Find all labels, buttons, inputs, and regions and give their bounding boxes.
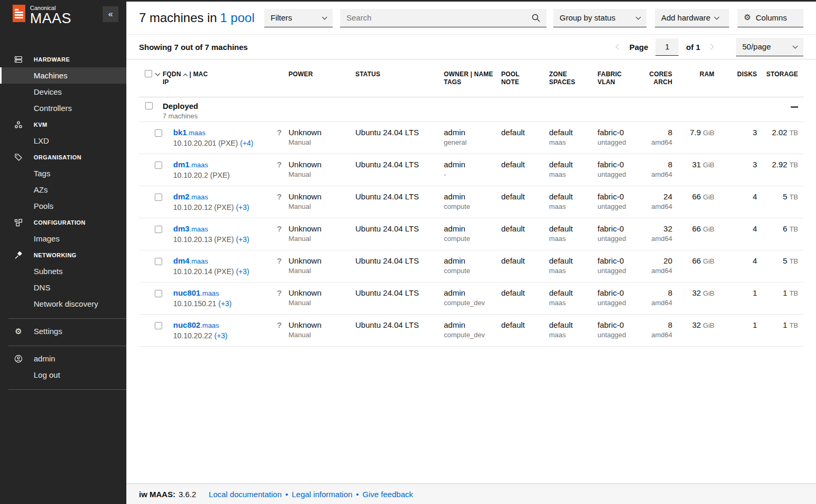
group-by-dropdown[interactable]: Group by status [553, 9, 646, 27]
machine-name-link[interactable]: nuc801.maas [173, 288, 219, 297]
column-header-cores[interactable]: CORES ARCH [644, 59, 674, 97]
sidebar-item-label: Machines [34, 71, 67, 80]
column-header-power[interactable]: POWER [277, 59, 355, 97]
row-checkbox[interactable] [155, 226, 162, 233]
column-header-fqdn[interactable]: FQDN| MAC IP [163, 59, 277, 97]
separator-dot: • [285, 490, 288, 499]
nav-heading-organisation: ORGANISATION [0, 149, 126, 165]
column-header-status[interactable]: STATUS [355, 59, 444, 97]
server-icon [14, 55, 23, 64]
collapse-group-icon[interactable] [791, 106, 798, 108]
next-page-icon[interactable] [708, 44, 713, 49]
power-unknown-icon: ? [277, 320, 288, 330]
chevron-down-icon[interactable] [155, 71, 161, 76]
ip-address: 10.10.20.12 (PXE) [173, 203, 234, 211]
more-ips-link[interactable]: (+4) [240, 139, 253, 147]
sidebar-item-azs[interactable]: AZs [0, 182, 126, 198]
search-icon[interactable] [531, 13, 541, 25]
column-header-owner[interactable]: OWNER | NAME TAGS [444, 59, 501, 97]
give-feedback-link[interactable]: Give feedback [363, 490, 413, 499]
pool-cell: default [501, 283, 549, 314]
sidebar-item-network-discovery[interactable]: Network discovery [0, 296, 126, 312]
filters-button[interactable]: Filters [264, 9, 333, 27]
storage-cell: 1TB [760, 283, 803, 314]
more-ips-link[interactable]: (+3) [214, 331, 227, 340]
sidebar-item-tags[interactable]: Tags [0, 165, 126, 182]
nav-heading-label: CONFIGURATION [34, 219, 86, 226]
footer: iw MAAS: 3.6.2 Local documentation • Leg… [126, 483, 816, 504]
column-header-pool[interactable]: POOL NOTE [501, 59, 549, 97]
collapse-icon: « [108, 9, 113, 19]
sidebar-item-dns[interactable]: DNS [0, 279, 126, 296]
machine-name-link[interactable]: dm3.maas [173, 224, 208, 233]
status-cell: Ubuntu 24.04 LTS [355, 122, 444, 154]
power-cell: ?Unknown Manual [277, 122, 355, 154]
chevron-down-icon [714, 14, 720, 19]
disks-cell: 4 [719, 218, 760, 250]
power-cell: ?Unknown Manual [277, 154, 355, 186]
zone-cell: default maas [549, 283, 598, 314]
legal-information-link[interactable]: Legal information [292, 490, 352, 499]
row-checkbox[interactable] [155, 322, 162, 329]
fabric-cell: fabric-0 untagged [598, 122, 644, 154]
sidebar-item-label: Controllers [34, 104, 72, 113]
machine-count-text: 7 machines in [139, 11, 217, 25]
column-header-disks[interactable]: DISKS [719, 59, 760, 97]
more-ips-link[interactable]: (+3) [236, 203, 249, 211]
sidebar-item-pools[interactable]: Pools [0, 198, 126, 214]
nav-heading-label: ORGANISATION [34, 154, 82, 160]
column-header-storage[interactable]: STORAGE [760, 59, 803, 97]
column-header-zone[interactable]: ZONE SPACES [549, 59, 598, 97]
column-header-fabric[interactable]: FABRIC VLAN [598, 59, 644, 97]
sort-ascending-icon [183, 74, 187, 78]
pool-link[interactable]: 1 pool [220, 11, 254, 25]
sidebar-collapse-button[interactable]: « [103, 6, 118, 22]
group-checkbox[interactable] [145, 102, 153, 109]
sidebar-item-settings[interactable]: ⚙ Settings [0, 323, 126, 339]
more-ips-link[interactable]: (+3) [218, 299, 232, 308]
machine-row: bk1.maas 10.10.20.201 (PXE)(+4) ?Unknown… [139, 122, 803, 154]
owner-cell: admin - [444, 154, 501, 186]
sidebar: Canonical MAAS « HARDWARE Machines Devic… [0, 0, 126, 504]
row-select-cell [139, 186, 163, 218]
canonical-logo-icon [13, 5, 25, 22]
row-checkbox[interactable] [155, 162, 162, 169]
sidebar-item-logout[interactable]: Log out [0, 367, 126, 383]
sidebar-item-lxd[interactable]: LXD [0, 133, 126, 149]
machine-row: nuc801.maas 10.10.150.21(+3) ?Unknown Ma… [139, 283, 803, 315]
page-number-input[interactable] [655, 38, 679, 56]
select-all-checkbox[interactable] [145, 70, 152, 77]
local-documentation-link[interactable]: Local documentation [209, 490, 282, 499]
row-checkbox[interactable] [155, 194, 162, 201]
cores-cell: 8 amd64 [644, 315, 674, 346]
row-checkbox[interactable] [155, 258, 162, 265]
machine-name-link[interactable]: bk1.maas [173, 128, 205, 137]
row-checkbox[interactable] [155, 290, 162, 297]
ram-cell: 7.9GiB [674, 122, 719, 154]
more-ips-link[interactable]: (+3) [236, 267, 249, 276]
disks-cell: 4 [719, 186, 760, 218]
column-header-ram[interactable]: RAM [674, 59, 719, 97]
columns-button[interactable]: ⚙ Columns [738, 9, 803, 27]
sidebar-divider [8, 318, 126, 319]
search-input[interactable] [340, 9, 546, 27]
per-page-select[interactable]: 50/page [736, 38, 803, 56]
row-checkbox[interactable] [155, 129, 162, 137]
separator-dot: • [356, 490, 359, 499]
machines-table: FQDN| MAC IP POWER STATUS OWNER | NAME T… [126, 59, 816, 347]
pool-cell: default [501, 154, 549, 186]
sidebar-item-machines[interactable]: Machines [0, 67, 126, 84]
machine-name-link[interactable]: dm2.maas [173, 192, 208, 201]
sidebar-item-images[interactable]: Images [0, 230, 126, 247]
machine-name-link[interactable]: nuc802.maas [173, 320, 219, 329]
machine-name-link[interactable]: dm1.maas [173, 160, 208, 169]
previous-page-icon[interactable] [616, 44, 622, 49]
sidebar-item-devices[interactable]: Devices [0, 84, 126, 100]
sidebar-item-user[interactable]: admin [0, 350, 126, 367]
add-hardware-dropdown[interactable]: Add hardware [655, 9, 729, 27]
more-ips-link[interactable]: (+3) [236, 235, 249, 244]
sidebar-item-controllers[interactable]: Controllers [0, 100, 126, 116]
pool-cell: default [501, 218, 549, 250]
machine-name-link[interactable]: dm4.maas [173, 256, 208, 265]
sidebar-item-subnets[interactable]: Subnets [0, 263, 126, 279]
